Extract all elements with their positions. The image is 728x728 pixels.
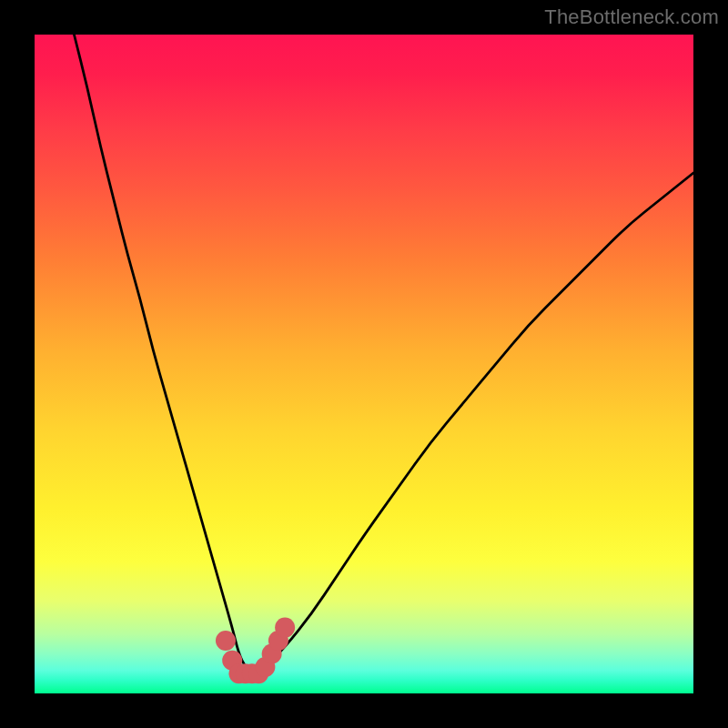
watermark-text: TheBottleneck.com (544, 5, 719, 29)
bottleneck-curve (74, 35, 693, 673)
plot-area (35, 35, 693, 693)
highlight-dot (275, 618, 295, 638)
curve-svg (35, 35, 693, 693)
chart-frame: TheBottleneck.com (0, 0, 728, 728)
bottleneck-curve-path (74, 35, 693, 673)
highlight-dot (216, 631, 236, 651)
